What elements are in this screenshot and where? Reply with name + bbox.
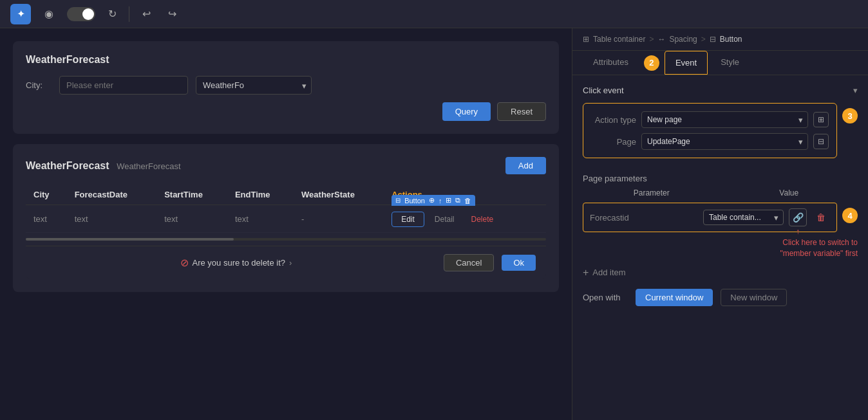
red-arrow-icon: ↑ xyxy=(796,227,800,236)
query-button[interactable]: Query xyxy=(442,102,491,121)
ok-button[interactable]: Ok xyxy=(502,255,536,271)
tab-event[interactable]: Event xyxy=(665,51,708,75)
badge-2: 2 xyxy=(644,55,659,71)
breadcrumb: ⊞ Table container > ↔ Spacing > ⊟ Button xyxy=(572,28,868,51)
action-section: Action type New page ⊞ Page UpdatePage xyxy=(583,103,858,166)
table-card: WeatherForecast WeatherForecast Add City… xyxy=(13,144,559,292)
param-name-input[interactable] xyxy=(590,213,698,223)
btn-widget-add[interactable]: ⊕ xyxy=(429,196,435,205)
btn-widget-copy[interactable]: ⧉ xyxy=(455,196,460,205)
page-expand[interactable]: ⊟ xyxy=(813,134,829,149)
canvas-area: WeatherForecast City: WeatherFo Query Re… xyxy=(0,28,572,420)
action-type-select[interactable]: New page xyxy=(641,111,808,128)
table-card-title: WeatherForecast xyxy=(26,160,109,171)
city-label: City: xyxy=(26,80,52,90)
value-col-header: Value xyxy=(721,188,858,197)
redo-button[interactable]: ↪ xyxy=(163,5,181,23)
action-type-label: Action type xyxy=(591,115,636,125)
breadcrumb-icon-3: ⊟ xyxy=(710,35,716,44)
form-row: City: WeatherFo xyxy=(26,76,546,95)
table-row: text text text text - ⊟ Button ⊕ xyxy=(26,205,546,233)
cell-actions: ⊟ Button ⊕ ↑ ⊞ ⧉ 🗑 Edit xyxy=(384,205,546,233)
add-item-label: Add item xyxy=(592,268,625,277)
col-city: City xyxy=(26,185,67,205)
expand-icon: › xyxy=(289,258,292,268)
panel-tabs: Attributes 2 Event Style xyxy=(572,51,868,75)
edit-button[interactable]: Edit xyxy=(392,212,424,227)
new-window-button[interactable]: New window xyxy=(721,289,787,306)
action-type-expand[interactable]: ⊞ xyxy=(813,112,829,127)
tab-style[interactable]: Style xyxy=(710,51,750,75)
delete-confirm: ⊘ Are you sure to delete it? › Cancel Ok xyxy=(26,246,546,279)
breadcrumb-item-3: Button xyxy=(720,35,742,44)
click-event-row: Click event ▾ xyxy=(583,86,858,95)
breadcrumb-icon-2: ↔ xyxy=(657,35,665,44)
button-widget-container: ⊟ Button ⊕ ↑ ⊞ ⧉ 🗑 Edit xyxy=(392,210,500,227)
param-value-select-wrapper[interactable]: Table contain... xyxy=(703,210,784,225)
btn-widget-trash[interactable]: 🗑 xyxy=(464,197,471,205)
form-card: WeatherForecast City: WeatherFo Query Re… xyxy=(13,41,559,134)
delete-button[interactable]: Delete xyxy=(465,212,500,226)
main-layout: WeatherForecast City: WeatherFo Query Re… xyxy=(0,28,868,420)
page-select[interactable]: UpdatePage xyxy=(641,133,808,150)
btn-widget-grid[interactable]: ⊞ xyxy=(446,196,451,205)
right-panel: ⊞ Table container > ↔ Spacing > ⊟ Button… xyxy=(572,28,868,420)
btn-widget-label: Button xyxy=(404,197,425,205)
cell-starttime: text xyxy=(156,205,227,233)
button-row: Query Reset xyxy=(26,102,546,121)
badge-3: 3 xyxy=(842,108,858,123)
breadcrumb-sep-2: > xyxy=(701,35,706,44)
page-row: Page UpdatePage ⊟ xyxy=(591,133,829,150)
undo-button[interactable]: ↩ xyxy=(137,5,155,23)
eye-icon[interactable]: ◉ xyxy=(39,4,59,24)
main-icon[interactable]: ✦ xyxy=(10,4,31,24)
param-value-select[interactable]: Table contain... xyxy=(703,210,784,225)
breadcrumb-item-1: Table container xyxy=(593,35,645,44)
weather-select[interactable]: WeatherFo xyxy=(196,76,312,95)
tab-attributes[interactable]: Attributes xyxy=(583,51,639,75)
warning-icon: ⊘ xyxy=(180,257,189,269)
btn-widget-icon: ⊟ xyxy=(395,197,401,204)
add-button[interactable]: Add xyxy=(505,157,546,174)
chevron-down-icon[interactable]: ▾ xyxy=(853,86,858,95)
cell-weatherstate: - xyxy=(294,205,384,233)
city-input[interactable] xyxy=(59,76,188,95)
add-item-row[interactable]: + Add item xyxy=(583,267,858,278)
refresh-icon[interactable]: ↻ xyxy=(103,5,121,23)
params-header: Parameter Value xyxy=(583,188,858,197)
param-link-button[interactable]: 🔗 ↑ xyxy=(789,208,807,226)
col-starttime: StartTime xyxy=(156,185,227,205)
current-window-button[interactable]: Current window xyxy=(636,289,713,306)
table-card-titles: WeatherForecast WeatherForecast xyxy=(26,160,181,172)
confirm-message: Are you sure to delete it? xyxy=(193,258,286,268)
page-select-wrapper[interactable]: UpdatePage xyxy=(641,133,808,150)
table-card-header: WeatherForecast WeatherForecast Add xyxy=(26,157,546,174)
form-title: WeatherForecast xyxy=(26,54,546,66)
col-weatherstate: WeatherState xyxy=(294,185,384,205)
param-delete-button[interactable]: 🗑 xyxy=(812,208,830,226)
click-event-label: Click event xyxy=(583,86,624,95)
action-type-select-wrapper[interactable]: New page xyxy=(641,111,808,128)
breadcrumb-item-2: Spacing xyxy=(669,35,697,44)
cell-endtime: text xyxy=(227,205,294,233)
btn-widget-up[interactable]: ↑ xyxy=(439,197,442,205)
reset-button[interactable]: Reset xyxy=(497,102,546,121)
cell-city: text xyxy=(26,205,67,233)
cell-forecastdate: text xyxy=(67,205,156,233)
breadcrumb-icon-1: ⊞ xyxy=(583,35,589,44)
action-type-row: Action type New page ⊞ xyxy=(591,111,829,128)
data-table: City ForecastDate StartTime EndTime Weat… xyxy=(26,185,546,233)
toggle-switch[interactable] xyxy=(67,7,95,21)
cancel-button[interactable]: Cancel xyxy=(444,254,494,271)
page-label: Page xyxy=(591,137,636,147)
weather-select-wrapper[interactable]: WeatherFo xyxy=(196,76,312,95)
page-params-label: Page parameters xyxy=(583,174,858,183)
param-col-header: Parameter xyxy=(583,188,721,197)
click-hint-line1: Click here to switch to xyxy=(583,237,858,248)
param-box: Table contain... 🔗 ↑ 🗑 xyxy=(583,203,837,232)
detail-button[interactable]: Detail xyxy=(428,212,461,226)
panel-content: Click event ▾ Action type New page ⊞ xyxy=(572,75,868,420)
scrollbar-thumb[interactable] xyxy=(26,238,234,241)
click-hint: Click here to switch to "member variable… xyxy=(583,237,858,259)
badge-4: 4 xyxy=(842,208,858,223)
